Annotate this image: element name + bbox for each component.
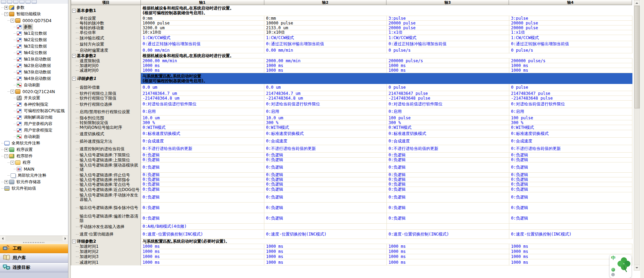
tree-item[interactable]: 轴4块启动数据 (0, 75, 68, 82)
scrollbar-thumb[interactable] (634, 6, 640, 108)
toolbar-mini-button[interactable] (26, 0, 31, 4)
parameter-value-cell-axis3[interactable]: 0 pulse/s (387, 47, 509, 53)
parameter-value-cell-axis1[interactable]: -214748364.8 um (141, 96, 264, 101)
parameter-value-cell-axis3[interactable]: 0:对进给当前值进行软件限位 (387, 101, 509, 108)
parameter-value-cell-axis1[interactable]: 0:负逻辑 (141, 192, 264, 203)
parameter-value-cell-axis4[interactable]: -2147483648 pulse (509, 96, 632, 101)
collapse-minus-icon[interactable]: - (11, 161, 14, 164)
tree-item[interactable]: 全局软元件注释 (0, 140, 68, 146)
parameter-value-cell-axis3[interactable]: 0:负逻辑 (387, 187, 509, 192)
parameter-value-cell-axis1[interactable]: 1000 ms (141, 259, 264, 265)
parameter-value-cell-axis3[interactable]: 0:负逻辑 (387, 162, 509, 173)
tree-item[interactable]: 自动刷新 (0, 82, 68, 88)
parameter-value-cell-axis3[interactable]: 100 pulse (387, 116, 509, 120)
parameter-value-cell-axis2[interactable]: 10:x10倍 (264, 30, 387, 35)
parameter-value-cell-axis3[interactable]: 0:负逻辑 (387, 173, 509, 177)
parameter-value-cell-axis3[interactable]: 0:合成速度 (387, 138, 509, 145)
parameter-value-cell-axis1[interactable]: 1000 ms (141, 249, 264, 254)
parameter-value-cell-axis2[interactable]: 0:负逻辑 (264, 203, 387, 213)
parameter-value-cell-axis4[interactable]: 2147483647 pulse (509, 91, 632, 96)
parameter-value-cell-axis3[interactable]: 1:CW/CCW模式 (387, 35, 509, 41)
expand-plus-icon[interactable]: + (4, 6, 8, 10)
toolbar-mini-button[interactable] (1, 0, 6, 4)
tree-item[interactable]: 参数 (0, 24, 68, 30)
parameter-value-cell-axis1[interactable]: 0:负逻辑 (141, 177, 264, 182)
parameter-value-cell-axis4[interactable]: 1:CW/CCW模式 (509, 35, 632, 41)
tree-item[interactable]: 轴1块启动数据 (0, 56, 68, 63)
collapse-minus-icon[interactable]: - (4, 12, 8, 16)
parameter-value-cell-axis1[interactable]: 1000 ms (141, 254, 264, 259)
parameter-value-cell-axis4[interactable]: 3:pulse (509, 16, 632, 21)
parameter-value-cell-axis3[interactable]: 2147483647 pulse (387, 91, 509, 96)
parameter-value-cell-axis1[interactable]: 0:合成速度 (141, 138, 264, 145)
parameter-value-cell-axis3[interactable]: 0 pulse (387, 84, 509, 91)
parameter-value-cell-axis4[interactable]: 0:负逻辑 (509, 173, 632, 177)
tree-item[interactable]: -0000:QD75D4 (0, 17, 68, 24)
collapse-minus-icon[interactable]: - (72, 9, 76, 13)
parameter-value-cell-axis4[interactable]: 20000 pulse (509, 25, 632, 30)
parameter-value-cell-axis3[interactable]: 1000 ms (387, 259, 509, 265)
tree-item[interactable]: -智能功能模块 (0, 11, 68, 17)
parameter-value-cell-axis4[interactable]: 1000 ms (509, 63, 632, 68)
parameter-value-cell-axis2[interactable]: 0:启用 (264, 108, 387, 116)
toolbar-mini-button[interactable] (7, 0, 12, 4)
parameter-value-cell-axis4[interactable]: 1:x1倍 (509, 30, 632, 35)
parameter-value-cell-axis2[interactable]: 0.0 um (264, 84, 387, 91)
tree-item[interactable]: +程序设置 (0, 146, 68, 153)
parameter-value-cell-axis2[interactable]: 0:负逻辑 (264, 182, 387, 187)
view-button-user-library[interactable]: 用户库 (0, 253, 68, 263)
tree-item[interactable]: 用户登录框指定 (0, 127, 68, 134)
parameter-value-cell-axis2[interactable]: 0:负逻辑 (264, 158, 387, 162)
parameter-value-cell-axis4[interactable]: 0:负逻辑 (509, 177, 632, 182)
parameter-value-cell-axis1[interactable]: 0:速度·位置切换控制(INC模式) (141, 230, 264, 239)
collapse-minus-icon[interactable]: - (4, 154, 8, 158)
parameter-value-cell-axis4[interactable]: 1000 ms (509, 249, 632, 254)
parameter-value-cell-axis1[interactable]: 1000 ms (141, 244, 264, 249)
parameter-value-cell-axis2[interactable]: 0:合成速度 (264, 138, 387, 145)
parameter-value-cell-axis4[interactable]: 100 pulse (509, 116, 632, 120)
parameter-value-cell-axis1[interactable]: 0:负逻辑 (141, 182, 264, 187)
parameter-value-cell-axis3[interactable] (387, 224, 509, 230)
parameter-value-cell-axis4[interactable]: 0:负逻辑 (509, 203, 632, 213)
view-button-connection[interactable]: 连接目标 (0, 263, 68, 272)
parameter-value-cell-axis2[interactable]: 1000 ms (264, 63, 387, 68)
parameter-value-cell-axis1[interactable]: 0:通过正转脉冲输出增加当前值 (141, 41, 264, 47)
tree-item[interactable]: 开关设置 (0, 95, 68, 101)
parameter-value-cell-axis3[interactable]: 0:负逻辑 (387, 182, 509, 187)
tree-item[interactable]: -程序部件 (0, 153, 68, 159)
parameter-value-cell-axis3[interactable]: 0:负逻辑 (387, 192, 509, 203)
parameter-value-cell-axis3[interactable]: 0:标准速度切换模式 (387, 130, 509, 138)
parameter-value-cell-axis1[interactable]: 2000.00 mm/min (141, 58, 264, 63)
scroll-right-arrow-icon[interactable] (63, 236, 68, 241)
tree-item[interactable]: 可编程控制器CPU监视 (0, 108, 68, 114)
collapse-minus-icon[interactable]: - (72, 54, 76, 58)
parameter-value-cell-axis2[interactable]: -214748364.8 um (264, 96, 387, 101)
collapse-minus-icon[interactable]: - (11, 90, 14, 93)
parameter-value-cell-axis1[interactable]: 0:负逻辑 (141, 203, 264, 213)
parameter-value-cell-axis3[interactable]: 1000 ms (387, 249, 509, 254)
parameter-value-cell-axis4[interactable]: 0:负逻辑 (509, 162, 632, 173)
expand-plus-icon[interactable]: + (4, 148, 8, 152)
parameter-value-cell-axis1[interactable]: 1:CW/CCW模式 (141, 35, 264, 41)
tree-item[interactable]: MAIN (0, 166, 68, 172)
parameter-value-cell-axis3[interactable]: 0:不进行进给当前值的更新 (387, 145, 509, 153)
parameter-value-cell-axis3[interactable]: 3:pulse (387, 16, 509, 21)
parameter-value-cell-axis2[interactable]: 0:通过正转脉冲输出增加当前值 (264, 41, 387, 47)
parameter-value-cell-axis4[interactable]: 0:负逻辑 (509, 213, 632, 224)
parameter-value-cell-axis4[interactable]: 0:负逻辑 (509, 187, 632, 192)
ime-green-dot[interactable] (611, 268, 615, 272)
parameter-value-cell-axis2[interactable]: 0:负逻辑 (264, 187, 387, 192)
parameter-value-cell-axis3[interactable]: 1000 ms (387, 68, 509, 73)
parameter-value-cell-axis4[interactable]: 0:合成速度 (509, 138, 632, 145)
ime-settings-gear-icon[interactable] (611, 273, 615, 276)
parameter-value-cell-axis4[interactable]: 0:负逻辑 (509, 182, 632, 187)
parameter-value-cell-axis1[interactable]: 10000 pulse (141, 21, 264, 25)
grid-vertical-scrollbar[interactable] (634, 0, 640, 271)
tree-item[interactable]: +软元件存储器 (0, 179, 68, 185)
parameter-value-cell-axis1[interactable]: 0:mm (141, 16, 264, 21)
parameter-value-cell-axis4[interactable] (509, 224, 632, 230)
parameter-value-cell-axis1[interactable]: 0.0 um (141, 84, 264, 91)
parameter-value-cell-axis1[interactable]: 0:启用 (141, 108, 264, 116)
parameter-value-cell-axis1[interactable]: 3200.0 um (141, 25, 264, 30)
parameter-value-cell-axis2[interactable]: 2133.0 um (264, 25, 387, 30)
